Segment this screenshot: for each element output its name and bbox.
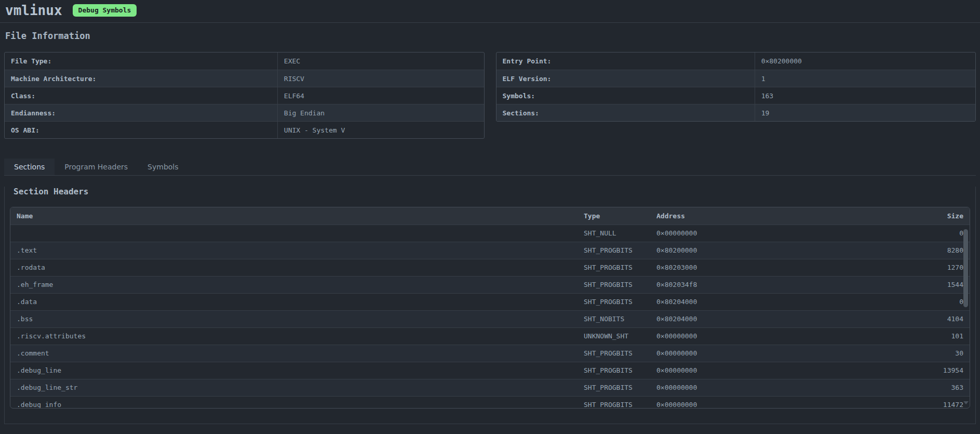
info-label: Sections: [496,104,755,121]
table-row: .riscv.attributesUNKNOWN_SHT0×0000000010… [10,327,970,345]
app-title: vmlinux [5,3,62,18]
column-header-size: Size [736,207,970,225]
table-head: NameTypeAddressSize [10,207,970,225]
scrollbar-down-arrow-icon[interactable] [963,401,969,404]
tab-program-headers[interactable]: Program Headers [55,159,138,175]
cell-type: SHT_NULL [578,225,650,242]
table-row: .bssSHT_NOBITS0×802040004104 [10,310,970,327]
cell-size: 0 [736,225,970,242]
table-body: SHT_NULL0×000000000.textSHT_PROGBITS0×80… [10,225,970,409]
tabs-area: SectionsProgram HeadersSymbols Section H… [4,159,976,424]
file-info-grid: File Type:EXECMachine Architecture:RISCV… [4,52,976,139]
info-value: UNIX - System V [278,122,351,138]
cell-size: 8280 [736,242,970,259]
cell-address: 0×80200000 [650,242,736,259]
cell-name: .bss [10,310,578,327]
cell-size: 0 [736,293,970,310]
cell-address: 0×80204000 [650,293,736,310]
cell-type: SHT_PROGBITS [578,396,650,409]
debug-symbols-badge: Debug Symbols [73,4,137,17]
table-row: .debug_infoSHT_PROGBITS0×0000000011472 [10,396,970,409]
cell-address: 0×00000000 [650,396,736,409]
cell-name [10,225,578,242]
cell-name: .debug_info [10,396,578,409]
cell-size: 4104 [736,310,970,327]
cell-size: 1544 [736,276,970,293]
cell-address: 0×80203000 [650,259,736,276]
cell-size: 101 [736,327,970,345]
tab-sections[interactable]: Sections [4,159,55,175]
cell-name: .comment [10,345,578,362]
table-header-row: NameTypeAddressSize [10,207,970,225]
info-row: Machine Architecture:RISCV [5,70,484,87]
cell-name: .eh_frame [10,276,578,293]
table-row: .dataSHT_PROGBITS0×802040000 [10,293,970,310]
cell-size: 1270 [736,259,970,276]
table-row: .commentSHT_PROGBITS0×0000000030 [10,345,970,362]
info-value: RISCV [278,70,311,87]
info-value: 163 [755,87,780,104]
cell-address: 0×00000000 [650,345,736,362]
info-value: 1 [755,70,772,87]
cell-type: SHT_PROGBITS [578,293,650,310]
column-header-address: Address [650,207,736,225]
info-row: OS ABI:UNIX - System V [5,121,484,138]
info-row: ELF Version:1 [496,70,976,87]
info-row: File Type:EXEC [5,52,484,70]
cell-name: .debug_line [10,362,578,379]
info-row: Symbols:163 [496,87,976,104]
cell-name: .rodata [10,259,578,276]
info-value: 19 [755,104,776,121]
cell-size: 30 [736,345,970,362]
cell-address: 0×00000000 [650,362,736,379]
cell-type: SHT_PROGBITS [578,345,650,362]
info-label: ELF Version: [496,70,755,87]
cell-name: .riscv.attributes [10,327,578,345]
cell-address: 0×80204000 [650,310,736,327]
cell-type: SHT_PROGBITS [578,259,650,276]
cell-type: SHT_PROGBITS [578,379,650,396]
app-header: vmlinux Debug Symbols [0,0,980,23]
scrollbar-thumb[interactable] [963,229,968,307]
info-row: Endianness:Big Endian [5,104,484,121]
info-value: EXEC [278,52,306,70]
info-label: OS ABI: [5,122,278,138]
info-value: 0×80200000 [755,52,808,70]
info-label: Entry Point: [496,52,755,70]
cell-address: 0×00000000 [650,327,736,345]
table-row: .rodataSHT_PROGBITS0×802030001270 [10,259,970,276]
info-row: Sections:19 [496,104,976,121]
info-value: Big Endian [278,104,331,121]
cell-name: .data [10,293,578,310]
cell-address: 0×00000000 [650,225,736,242]
info-label: File Type: [5,52,278,70]
file-info-table-left: File Type:EXECMachine Architecture:RISCV… [4,52,485,139]
table-row: .textSHT_PROGBITS0×802000008280 [10,242,970,259]
main-content: File Information File Type:EXECMachine A… [0,31,980,424]
column-header-name: Name [10,207,578,225]
table-row: SHT_NULL0×000000000 [10,225,970,242]
cell-size: 363 [736,379,970,396]
cell-name: .text [10,242,578,259]
info-label: Endianness: [5,104,278,121]
info-row: Class:ELF64 [5,87,484,104]
cell-type: SHT_PROGBITS [578,362,650,379]
cell-type: SHT_NOBITS [578,310,650,327]
cell-address: 0×00000000 [650,379,736,396]
table-row: .eh_frameSHT_PROGBITS0×802034f81544 [10,276,970,293]
section-headers-table: NameTypeAddressSize SHT_NULL0×000000000.… [10,207,970,409]
info-label: Symbols: [496,87,755,104]
cell-name: .debug_line_str [10,379,578,396]
info-label: Class: [5,87,278,104]
cell-size: 11472 [736,396,970,409]
info-value: ELF64 [278,87,311,104]
file-information-heading: File Information [5,31,975,41]
file-info-table-right: Entry Point:0×80200000ELF Version:1Symbo… [496,52,976,122]
tab-symbols[interactable]: Symbols [138,159,188,175]
table-row: .debug_line_strSHT_PROGBITS0×00000000363 [10,379,970,396]
section-headers-heading: Section Headers [14,187,966,196]
cell-type: SHT_PROGBITS [578,276,650,293]
tab-bar: SectionsProgram HeadersSymbols [4,159,976,176]
section-headers-table-container: NameTypeAddressSize SHT_NULL0×000000000.… [10,207,970,409]
info-label: Machine Architecture: [5,70,278,87]
